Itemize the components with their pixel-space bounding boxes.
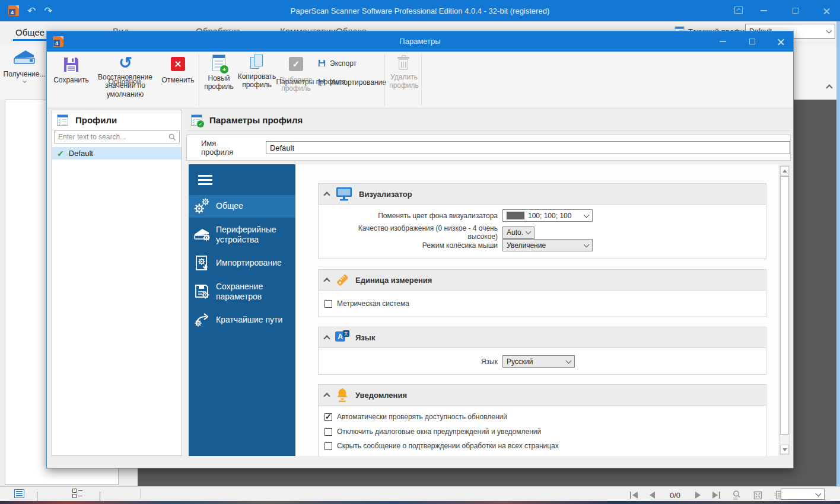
screen: 4 ↶ ↷ PaperScan Scanner Software Profess…	[0, 0, 840, 504]
section-language-header[interactable]: A 文 Язык	[318, 327, 766, 348]
maximize-button[interactable]	[787, 4, 804, 17]
quality-combo[interactable]: Auto.	[502, 227, 534, 239]
settings-scrollbar[interactable]	[779, 165, 790, 455]
profiles-list-icon: ✓✓✓	[57, 114, 68, 126]
shortcut-arrow-icon	[189, 312, 216, 328]
section-visualizer: Визуализатор Поменять цвет фона визуализ…	[318, 183, 766, 259]
gears-icon	[189, 198, 216, 215]
scroll-down-button[interactable]	[780, 445, 789, 454]
section-visualizer-header[interactable]: Визуализатор	[318, 183, 766, 205]
section-units: Единица измерения Метрическая система	[318, 269, 766, 317]
settings-nav-sidebar: Общее Периферийные устройства	[189, 164, 295, 456]
language-label: Язык	[328, 358, 502, 366]
dialog-maximize-button[interactable]	[743, 35, 761, 48]
wheel-mode-combo[interactable]: Увеличение	[502, 239, 593, 251]
thumbnail-view-icon[interactable]	[14, 489, 24, 498]
prev-page-button[interactable]	[650, 492, 655, 499]
page-indicator: 0/0	[667, 491, 683, 500]
restore-arrow-icon: ↻	[119, 55, 132, 71]
disable-dialogs-checkbox-row[interactable]: Отключить диалоговые окна предупреждений…	[324, 428, 541, 436]
profiles-panel: ✓✓✓ Профили ✓ Default	[52, 110, 182, 456]
dialog-minimize-button[interactable]	[714, 35, 731, 48]
profile-params-icon: ✓✓✓ ✓	[191, 114, 202, 126]
collapse-ribbon-chevron-icon[interactable]	[827, 85, 832, 90]
restore-defaults-button[interactable]: ↻ Восстановление значений по умолчанию	[93, 55, 157, 98]
settings-dialog: 4 Параметры Сохранить ↻	[46, 31, 794, 468]
profile-name-input[interactable]	[266, 141, 790, 154]
hamburger-menu-icon[interactable]	[198, 175, 212, 185]
toolbar-group-main-label: Основной	[52, 78, 198, 86]
new-profile-icon: +	[212, 55, 225, 71]
collapse-chevron-icon	[323, 277, 330, 284]
profiles-panel-title: Профили	[75, 115, 117, 125]
export-floppy-icon	[317, 59, 326, 68]
profile-list-item[interactable]: ✓ Default	[52, 147, 182, 160]
scroll-up-button[interactable]	[780, 166, 789, 176]
svg-text:100: 100	[733, 497, 738, 500]
save-floppy-icon	[62, 55, 81, 74]
zoom-level-combo[interactable]	[781, 489, 825, 500]
first-page-button[interactable]	[630, 492, 638, 499]
active-profile-check-icon: ✓	[57, 149, 64, 158]
statusbar: 0/0 100	[0, 486, 840, 501]
profile-params-header: ✓✓✓ ✓ Параметры профиля	[186, 110, 791, 131]
checklist-view-icon[interactable]	[72, 489, 82, 498]
toolbar-group-profile-label: Параметры профиля	[201, 78, 421, 86]
window-right-border	[836, 21, 840, 503]
profiles-search-input[interactable]	[54, 130, 180, 143]
nav-item-shortcuts[interactable]: Кратчайшие пути	[189, 309, 295, 331]
tab-general[interactable]: Общее	[9, 24, 50, 43]
profile-name-row: Имя профиля	[186, 135, 791, 161]
nav-item-peripherals[interactable]: Периферийные устройства	[189, 220, 295, 250]
collapse-chevron-icon	[323, 335, 330, 342]
bg-color-combo[interactable]: 100; 100; 100	[502, 209, 593, 222]
section-notifications: Уведомления Автоматически проверять дост…	[318, 384, 766, 456]
profile-params-title: Параметры профиля	[209, 115, 303, 125]
language-combo[interactable]: Русский	[502, 355, 575, 368]
metric-system-checkbox[interactable]	[324, 300, 332, 308]
nav-item-general[interactable]: Общее	[189, 195, 295, 218]
section-notifications-header[interactable]: Уведомления	[318, 384, 766, 406]
profiles-search	[54, 130, 180, 143]
import-doc-icon	[189, 255, 216, 272]
acquire-button[interactable]: Получение...	[4, 49, 45, 97]
main-titlebar: 4 ↶ ↷ PaperScan Scanner Software Profess…	[0, 0, 840, 21]
minimize-button[interactable]	[755, 4, 772, 17]
settings-content: Визуализатор Поменять цвет фона визуализ…	[295, 164, 778, 456]
dialog-title: Параметры	[47, 37, 793, 46]
dialog-titlebar: 4 Параметры	[47, 31, 793, 52]
next-page-button[interactable]	[695, 492, 701, 499]
desktop-wallpaper-sliver	[0, 501, 840, 504]
statusbar-divider	[140, 489, 141, 499]
window-title: PaperScan Scanner Software Professional …	[0, 7, 840, 15]
disable-dialogs-checkbox[interactable]	[324, 428, 332, 436]
hide-confirm-checkbox[interactable]	[324, 442, 332, 450]
color-swatch	[507, 212, 524, 219]
scanner-device-icon	[189, 227, 216, 243]
dialog-close-button[interactable]	[772, 35, 790, 48]
ribbon-pin-icon[interactable]	[734, 7, 743, 14]
select-profile-button[interactable]: ✓ Выберите профиль	[278, 55, 314, 93]
toolbar-divider	[199, 54, 199, 106]
toolbar-divider	[421, 54, 422, 106]
check-updates-checkbox-row[interactable]: Автоматически проверять доступность обно…	[324, 413, 507, 421]
check-updates-checkbox[interactable]	[324, 413, 332, 421]
fit-page-icon[interactable]	[753, 491, 762, 500]
metric-system-checkbox-row[interactable]: Метрическая система	[324, 299, 409, 308]
hide-confirm-checkbox-row[interactable]: Скрыть сообщение о подтверждении обработ…	[324, 442, 559, 450]
export-button[interactable]: Экспорт	[317, 59, 357, 68]
section-units-header[interactable]: Единица измерения	[318, 269, 766, 291]
zoom-100-icon[interactable]: 100	[732, 490, 742, 500]
section-language: A 文 Язык Язык Русский	[318, 327, 766, 375]
ruler-icon	[335, 273, 349, 287]
bell-icon	[335, 387, 349, 403]
trash-icon	[397, 55, 411, 71]
copy-pages-icon	[249, 55, 265, 70]
close-button[interactable]	[817, 4, 835, 17]
collapse-chevron-icon	[323, 393, 330, 399]
last-page-button[interactable]	[712, 492, 720, 499]
nav-item-import[interactable]: Импортирование	[189, 252, 295, 275]
nav-item-save-params[interactable]: Сохранение параметров	[189, 277, 295, 307]
search-icon	[168, 133, 176, 141]
scrollbar-thumb[interactable]	[780, 176, 789, 435]
